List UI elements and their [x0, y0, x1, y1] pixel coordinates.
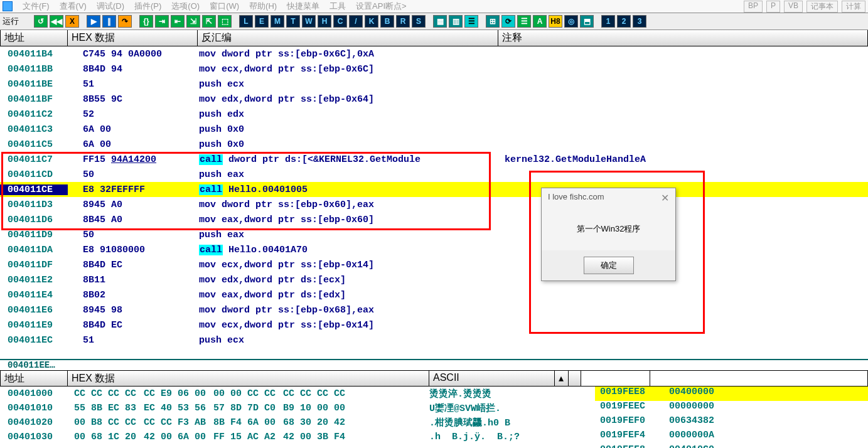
ok-button[interactable]: 确定 [584, 257, 634, 274]
disassembly-pane[interactable]: 004011B4 C745 94 0A0000 mov dword ptr ss… [0, 46, 868, 360]
toolbar-button[interactable]: B [380, 15, 394, 28]
stack-row[interactable]: 0019FEE8 00400000 [595, 387, 868, 401]
toolbar-button[interactable]: ⟳ [501, 15, 515, 28]
toolbar-button[interactable]: ⇲ [186, 15, 200, 28]
disasm-row[interactable]: 004011DF 8B4D EC mov ecx,dword ptr ss:[e… [0, 257, 868, 272]
toolbar-button[interactable]: ▦ [433, 15, 447, 28]
stack-row[interactable]: 0019FEF0 00634382 [595, 415, 868, 430]
menu-item[interactable]: 帮助(H) [249, 1, 277, 11]
menu-item[interactable]: 窗口(W) [210, 1, 239, 11]
stack-row[interactable]: 0019FEEC 00000000 [595, 401, 868, 415]
dump-col-hex[interactable]: HEX 数据 [68, 371, 429, 386]
toolbar-button[interactable]: ⊞ [486, 15, 500, 28]
disasm-row[interactable]: 004011DA E8 91080000 call Hello.00401A70 [0, 242, 868, 257]
disasm-row[interactable]: 004011E4 8B02 mov eax,dword ptr ds:[edx] [0, 287, 868, 302]
disasm-row[interactable]: 004011C2 52 push edx [0, 107, 868, 122]
disasm-row[interactable]: 004011D9 50 push eax [0, 227, 868, 242]
toolbar-button[interactable]: 1 [601, 15, 615, 28]
toolbar-button[interactable]: A [533, 15, 547, 28]
toolbar-button[interactable]: ☰ [464, 15, 478, 28]
dump-pane[interactable]: 00401000 CC CC CC CCCC E9 06 0000 00 CC … [0, 387, 868, 448]
disasm-row[interactable]: 004011BF 8B55 9C mov edx,dword ptr ss:[e… [0, 92, 868, 107]
toolbar-button[interactable]: S [412, 15, 426, 28]
disasm-row[interactable]: 004011CD 50 push eax [0, 167, 868, 182]
toolbar-button[interactable]: T [286, 15, 300, 28]
disasm-row[interactable]: 004011D6 8B45 A0 mov eax,dword ptr ss:[e… [0, 212, 868, 227]
toolbar-button[interactable]: H8 [549, 15, 562, 28]
toolbar-button[interactable]: H [318, 15, 331, 28]
stack-col-value[interactable] [650, 371, 868, 386]
toolbar-button[interactable]: ▥ [449, 15, 463, 28]
dump-row[interactable]: 00401000 CC CC CC CCCC E9 06 0000 00 CC … [0, 387, 569, 401]
menu-right-button[interactable]: 记事本 [806, 1, 838, 13]
dump-row[interactable]: 00401010 55 8B EC 83EC 40 53 5657 8D 7D … [0, 401, 569, 415]
hex-cell: C745 94 0A0000 [68, 49, 198, 60]
dump-row[interactable]: 00401030 00 68 1C 2042 00 6A 00FF 15 AC … [0, 430, 569, 444]
disasm-row[interactable]: 004011D3 8945 A0 mov dword ptr ss:[ebp-0… [0, 197, 868, 212]
toolbar-button[interactable]: ▶ [87, 15, 100, 28]
disasm-row[interactable]: 004011C7 FF15 94A14200 call dword ptr ds… [0, 152, 868, 167]
dump-col-ascii[interactable]: ASCII [429, 371, 555, 386]
toolbar-button[interactable]: 3 [633, 15, 646, 28]
close-icon[interactable]: ✕ [661, 192, 669, 204]
toolbar-button[interactable]: X [65, 15, 79, 28]
toolbar-button[interactable]: ⇤ [171, 15, 185, 28]
stack-value: 0000000A [664, 430, 868, 444]
toolbar-button[interactable]: ◀◀ [50, 15, 63, 28]
disasm-row[interactable]: 004011BE 51 push ecx [0, 77, 868, 92]
toolbar-button[interactable]: K [365, 15, 378, 28]
menu-right-button[interactable]: P [766, 1, 780, 13]
stack-row[interactable]: 0019FEF4 0000000A [595, 430, 868, 444]
disasm-row[interactable]: 004011BB 8B4D 94 mov ecx,dword ptr ss:[e… [0, 61, 868, 77]
stack-col-address[interactable] [581, 371, 650, 386]
toolbar-button[interactable]: / [349, 15, 363, 28]
toolbar-button[interactable]: M [271, 15, 284, 28]
col-header-address[interactable]: 地址 [0, 30, 68, 46]
disasm-row[interactable]: 004011B4 C745 94 0A0000 mov dword ptr ss… [0, 46, 868, 61]
menu-item[interactable]: 查看(V) [60, 1, 87, 11]
toolbar-button[interactable]: C [333, 15, 347, 28]
menu-item[interactable]: 插件(P) [134, 1, 161, 11]
toolbar-button[interactable]: ↺ [34, 15, 48, 28]
stack-row[interactable]: 0019FEF8 004010C0 [595, 444, 868, 448]
message-box-dialog[interactable]: I love fishc.com ✕ 第一个Win32程序 确定 [541, 188, 676, 281]
toolbar-button[interactable]: ◎ [564, 15, 578, 28]
menu-right-button[interactable]: BP [744, 1, 763, 13]
disasm-row[interactable]: 004011E2 8B11 mov edx,dword ptr ds:[ecx] [0, 272, 868, 287]
menu-item[interactable]: 快捷菜单 [287, 1, 319, 11]
menu-item[interactable]: 选项(O) [171, 1, 200, 11]
dump-col-address[interactable]: 地址 [0, 371, 68, 386]
toolbar-button[interactable]: ⬚ [218, 15, 232, 28]
col-header-comment[interactable]: 注释 [498, 30, 868, 46]
toolbar-button[interactable]: 2 [617, 15, 631, 28]
toolbar-button[interactable]: {} [139, 15, 153, 28]
disasm-row[interactable]: 004011E9 8B4D EC mov ecx,dword ptr ss:[e… [0, 317, 868, 333]
menu-item[interactable]: 文件(F) [23, 1, 50, 11]
toolbar-button[interactable]: L [239, 15, 253, 28]
toolbar-button[interactable]: E [255, 15, 269, 28]
stack-pane[interactable]: 0019FEE8 00400000 0019FEEC 00000000 0019… [595, 387, 868, 448]
toolbar-button[interactable]: ⬒ [580, 15, 594, 28]
menu-item[interactable]: 设置API断点> [356, 1, 407, 11]
toolbar-button[interactable]: ⇥ [155, 15, 169, 28]
dump-scrollbar-up[interactable]: ▴ [555, 371, 569, 386]
col-header-hex[interactable]: HEX 数据 [68, 30, 198, 46]
address-cell: 004011E6 [0, 305, 68, 316]
menu-right-button[interactable]: 计算 [842, 1, 865, 13]
col-header-disasm[interactable]: 反汇编 [198, 30, 498, 46]
menu-item[interactable]: 调试(D) [97, 1, 124, 11]
toolbar-button[interactable]: ‖ [102, 15, 116, 28]
disasm-row[interactable]: 004011C3 6A 00 push 0x0 [0, 122, 868, 137]
toolbar-button[interactable]: ☰ [517, 15, 531, 28]
toolbar-button[interactable]: W [302, 15, 316, 28]
disasm-row[interactable]: 004011E6 8945 98 mov dword ptr ss:[ebp-0… [0, 302, 868, 317]
disasm-row[interactable]: 004011EC 51 push ecx [0, 333, 868, 348]
disasm-row[interactable]: 004011CE E8 32FEFFFF call Hello.00401005 [0, 182, 868, 197]
menu-right-button[interactable]: VB [784, 1, 803, 13]
disasm-row[interactable]: 004011C5 6A 00 push 0x0 [0, 137, 868, 152]
menu-item[interactable]: 工具 [330, 1, 346, 11]
toolbar-button[interactable]: ⇱ [202, 15, 216, 28]
dump-row[interactable]: 00401020 00 B8 CC CCCC CC F3 AB8B F4 6A … [0, 415, 569, 430]
toolbar-button[interactable]: R [396, 15, 410, 28]
toolbar-button[interactable]: ↷ [118, 15, 132, 28]
